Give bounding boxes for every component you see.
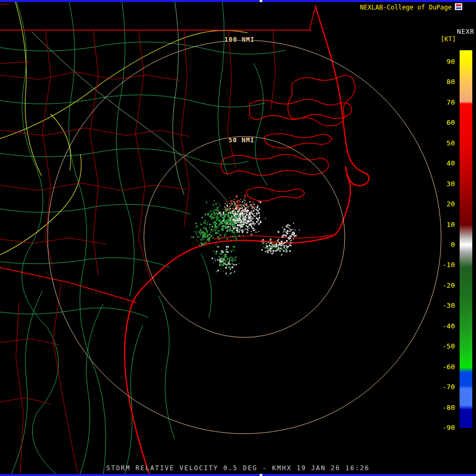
colorbar-tick--20: -20 (434, 281, 455, 290)
top-border-bar (0, 0, 476, 2)
colorbar-tick--10: -10 (434, 261, 455, 269)
colorbar-tick--30: -30 (434, 301, 455, 310)
colorbar-tick-70: 70 (434, 98, 455, 107)
colorbar-tick-80: 80 (434, 78, 455, 86)
center-tick-top (260, 0, 262, 2)
colorbar-tick--60: -60 (434, 363, 455, 371)
brand-title: NEXLAB-College of DuPage (360, 4, 452, 11)
velocity-colorbar (460, 50, 472, 428)
colorbar-tick-10: 10 (434, 221, 455, 229)
colorbar-tick--90: -90 (434, 424, 455, 432)
colorbar-tick--50: -50 (434, 342, 455, 351)
radar-map (0, 0, 476, 476)
colorbar-tick-0: 0 (434, 241, 455, 249)
radar-screen: 100 NMI 50 NMI NEXLAB-College of DuPage … (0, 0, 476, 476)
state-border-red (0, 30, 311, 303)
product-title: STORM RELATIVE VELOCITY 0.5 DEG - KMHX 1… (0, 464, 476, 472)
colorbar-tick-30: 30 (434, 180, 455, 188)
range-rings (48, 40, 441, 434)
road-lines-green (0, 0, 286, 476)
center-tick-bottom (260, 474, 262, 476)
colorbar-tick-20: 20 (434, 200, 455, 208)
colorbar-tick--40: -40 (434, 322, 455, 331)
product-code-label: NEXR (457, 28, 474, 35)
range-ring-label-50nmi: 50 NMI (228, 136, 254, 144)
bottom-border-bar (0, 474, 476, 476)
cod-logo-icon (455, 3, 462, 10)
colorbar-tick--80: -80 (434, 404, 455, 412)
cod-logo-red-stripe (456, 4, 461, 6)
colorbar-tick-90: 90 (434, 58, 455, 66)
colorbar-tick-60: 60 (434, 118, 455, 127)
coastline-red (124, 5, 369, 476)
range-ring-label-100nmi: 100 NMI (224, 36, 255, 43)
colorbar-tick-40: 40 (434, 159, 455, 168)
unit-label: [KT] (441, 35, 456, 43)
cod-logo-blue-stripe (456, 7, 461, 9)
colorbar-tick--70: -70 (434, 383, 455, 391)
colorbar-tick-50: 50 (434, 139, 455, 148)
velocity-echoes (191, 195, 300, 276)
